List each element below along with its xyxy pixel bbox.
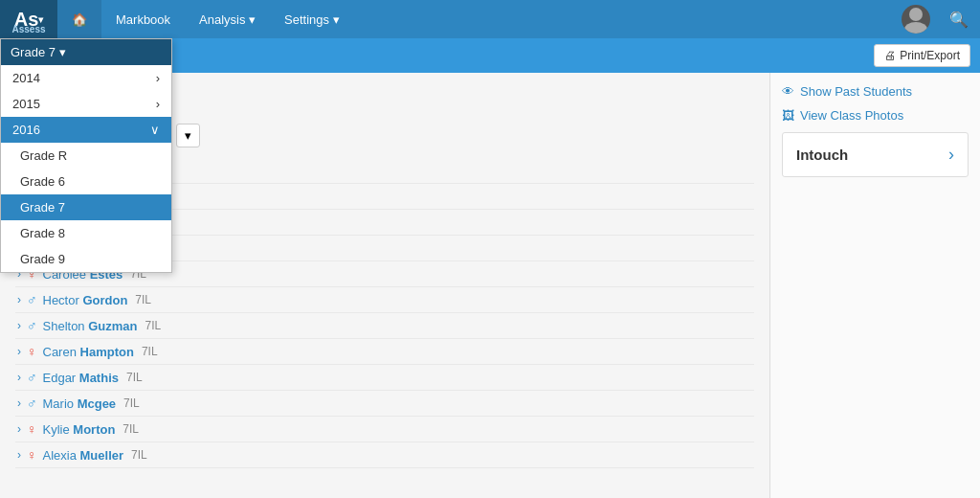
nav-items: 🏠 Markbook Analysis ▾ Settings ▾ <box>57 0 354 38</box>
nav-item-settings[interactable]: Settings ▾ <box>270 0 354 38</box>
search-icon[interactable]: 🔍 <box>938 11 980 29</box>
print-export-label: Print/Export <box>900 49 960 62</box>
brand-arrow: ▾ <box>38 14 43 25</box>
year-2014-label: 2014 <box>12 71 40 85</box>
student-class: 7IL <box>123 396 140 410</box>
dropdown-grade-r[interactable]: Grade R <box>1 143 171 169</box>
brand-sub-label: Assess <box>0 24 57 34</box>
year-2015-chevron: › <box>156 97 160 111</box>
row-chevron-icon[interactable]: › <box>17 396 21 410</box>
dropdown-grade-9[interactable]: Grade 9 <box>1 246 171 272</box>
svg-point-1 <box>904 22 927 34</box>
nav-item-analysis[interactable]: Analysis ▾ <box>185 0 270 38</box>
dropdown-header[interactable]: Grade 7 ▾ <box>1 39 171 65</box>
filter-button[interactable]: ▾ <box>176 124 200 147</box>
right-panel: 👁 Show Past Students 🖼 View Class Photos… <box>769 73 980 498</box>
student-class: 7IL <box>126 371 143 384</box>
print-export-button[interactable]: 🖨 Print/Export <box>874 44 970 67</box>
eye-icon: 👁 <box>782 84 794 99</box>
gender-icon: ♀ <box>27 344 37 359</box>
student-row: ›♂Hector Gordon7IL <box>15 287 754 313</box>
dropdown-year-2014[interactable]: 2014 › <box>1 65 171 91</box>
gender-icon: ♂ <box>27 318 37 333</box>
year-2015-label: 2015 <box>12 97 40 111</box>
student-class: 7IL <box>135 293 151 306</box>
gender-icon: ♂ <box>27 370 37 385</box>
row-chevron-icon[interactable]: › <box>17 345 21 358</box>
student-name[interactable]: Alexia Mueller <box>43 448 124 463</box>
brand-logo[interactable]: As ▾ Assess <box>0 0 57 38</box>
row-chevron-icon[interactable]: › <box>17 319 21 332</box>
nav-item-home[interactable]: 🏠 <box>57 0 101 38</box>
view-class-photos-link[interactable]: 🖼 View Class Photos <box>782 108 969 123</box>
photo-icon: 🖼 <box>782 108 794 123</box>
show-past-students-label: Show Past Students <box>800 84 912 99</box>
top-navigation: As ▾ Assess 🏠 Markbook Analysis ▾ Settin… <box>0 0 980 38</box>
printer-icon: 🖨 <box>884 49 896 62</box>
student-row: ›♂Shelton Guzman7IL <box>15 313 754 339</box>
row-chevron-icon[interactable]: › <box>17 293 21 306</box>
intouch-arrow-icon: › <box>948 145 954 165</box>
student-class: 7IL <box>142 345 158 358</box>
year-grade-dropdown: Grade 7 ▾ 2014 › 2015 › 2016 ∨ Grade R G… <box>0 38 172 273</box>
row-chevron-icon[interactable]: › <box>17 448 21 462</box>
user-avatar[interactable] <box>902 5 930 34</box>
nav-item-markbook[interactable]: Markbook <box>101 0 185 38</box>
dropdown-grade-7[interactable]: Grade 7 <box>1 194 171 220</box>
dropdown-header-label: Grade 7 ▾ <box>11 45 66 59</box>
student-class: 7IL <box>145 319 162 332</box>
student-row: ›♂Mario Mcgee7IL <box>15 391 754 417</box>
dropdown-grade-6[interactable]: Grade 6 <box>1 169 171 194</box>
student-name[interactable]: Shelton Guzman <box>43 319 138 333</box>
student-name[interactable]: Mario Mcgee <box>43 396 117 411</box>
show-past-students-link[interactable]: 👁 Show Past Students <box>782 84 969 99</box>
student-name[interactable]: Caren Hampton <box>43 345 134 359</box>
dropdown-grade-8[interactable]: Grade 8 <box>1 220 171 246</box>
dropdown-year-2016[interactable]: 2016 ∨ <box>1 117 171 143</box>
student-name[interactable]: Hector Gordon <box>43 293 128 307</box>
svg-point-0 <box>909 8 923 21</box>
gender-icon: ♀ <box>27 447 37 463</box>
gender-icon: ♀ <box>27 421 37 437</box>
student-name[interactable]: Kylie Morton <box>43 422 116 437</box>
view-class-photos-label: View Class Photos <box>800 108 903 123</box>
student-name[interactable]: Edgar Mathis <box>43 371 119 385</box>
year-2016-label: 2016 <box>12 123 40 137</box>
student-class: 7IL <box>122 422 139 436</box>
student-row: ›♀Caren Hampton7IL <box>15 339 754 365</box>
student-row: ›♀Alexia Mueller7IL <box>15 442 754 468</box>
dropdown-year-2015[interactable]: 2015 › <box>1 91 171 117</box>
intouch-label: Intouch <box>796 147 848 163</box>
year-2016-chevron: ∨ <box>150 123 160 137</box>
row-chevron-icon[interactable]: › <box>17 422 21 436</box>
gender-icon: ♂ <box>27 292 37 307</box>
year-2014-chevron: › <box>156 71 160 85</box>
intouch-box[interactable]: Intouch › <box>782 132 969 177</box>
row-chevron-icon[interactable]: › <box>17 371 21 384</box>
student-row: ›♀Kylie Morton7IL <box>15 417 754 442</box>
home-icon: 🏠 <box>72 12 87 27</box>
student-class: 7IL <box>131 448 147 462</box>
student-row: ›♂Edgar Mathis7IL <box>15 365 754 391</box>
gender-icon: ♂ <box>27 396 37 411</box>
